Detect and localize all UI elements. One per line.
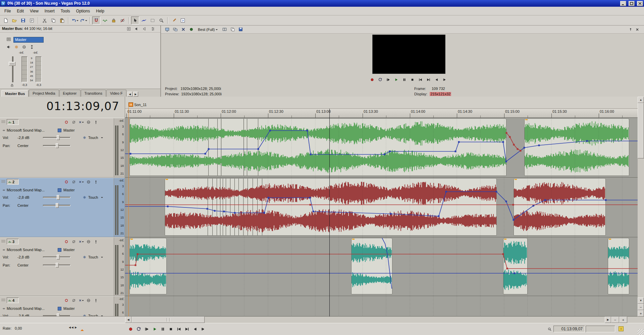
go-to-end-button[interactable]: [183, 325, 191, 333]
menu-help[interactable]: Help: [93, 7, 107, 15]
audio-event[interactable]: [129, 238, 167, 294]
preview-next-frame-button[interactable]: [441, 77, 448, 83]
fader-scale-button[interactable]: [29, 44, 35, 50]
solo-button[interactable]: [93, 119, 99, 125]
copy-button[interactable]: [49, 16, 57, 25]
play-button[interactable]: [151, 325, 159, 333]
preview-stop-button[interactable]: [409, 77, 416, 83]
tab-video-f[interactable]: Video F: [106, 90, 126, 97]
track-device[interactable]: Microsoft Sound Map...: [7, 306, 45, 310]
preview-pause-button[interactable]: [400, 77, 408, 83]
tab-master-bus[interactable]: Master Bus: [1, 90, 29, 97]
scroll-right-button[interactable]: ▶: [605, 317, 611, 323]
minimize-button[interactable]: [620, 1, 626, 6]
save-button[interactable]: [19, 16, 27, 25]
insert-bus-button[interactable]: [126, 26, 131, 32]
solo-button[interactable]: [93, 298, 99, 303]
audio-event[interactable]: [524, 118, 629, 176]
next-frame-button[interactable]: [199, 325, 207, 333]
volume-slider[interactable]: [43, 197, 70, 198]
track-device[interactable]: Microsoft Sound Map...: [7, 188, 45, 192]
track-header-3[interactable]: 3Microsoft Sound Map...MasterVol:-2,8 dB…: [0, 237, 125, 296]
volume-slider[interactable]: [43, 256, 70, 258]
record-button[interactable]: [126, 325, 135, 333]
automation-mode[interactable]: Touch: [88, 195, 98, 199]
envelope-edit-tool-button[interactable]: [140, 16, 148, 25]
volume-slider[interactable]: [43, 315, 70, 317]
track-grip[interactable]: [1, 180, 5, 183]
project-properties-button[interactable]: [28, 16, 36, 25]
tab-scroll-left-button[interactable]: ◀: [127, 92, 132, 97]
marker-bar[interactable]: 11 Son_11: [125, 97, 638, 109]
audio-event[interactable]: [129, 118, 506, 176]
preview-close-icon[interactable]: [635, 27, 640, 32]
dim-output-button[interactable]: [142, 26, 148, 32]
tab-scroll-right-button[interactable]: ▶: [133, 92, 138, 97]
volume-slider[interactable]: [43, 137, 70, 138]
track-lane-4[interactable]: [125, 296, 638, 317]
audio-event[interactable]: [608, 238, 629, 294]
scroll-left-button[interactable]: ◀: [125, 317, 131, 323]
timeline-time-display[interactable]: 01:13:09,07: [0, 99, 119, 113]
speaker-button[interactable]: [6, 44, 11, 50]
timeline-area[interactable]: 11 Son_11 01:11:0001:11:3001:12:0001:12:…: [125, 97, 638, 317]
horizontal-scrollbar[interactable]: ◀ ▶ − +: [125, 317, 644, 323]
mute-button[interactable]: [86, 179, 91, 185]
rate-spinner[interactable]: ◀ ◀ ▶: [69, 326, 77, 329]
automation-gear-icon[interactable]: [83, 195, 87, 200]
undo-button[interactable]: [71, 16, 79, 25]
whats-this-help-button[interactable]: ?: [179, 16, 187, 25]
bus-assign-icon[interactable]: [58, 248, 61, 252]
audio-event[interactable]: [165, 178, 497, 236]
enable-snapping-button[interactable]: [92, 16, 100, 25]
automation-mode[interactable]: Touch: [88, 136, 98, 140]
maximize-button[interactable]: [629, 1, 635, 6]
preview-pin-icon[interactable]: [628, 27, 633, 32]
solo-button[interactable]: [93, 179, 99, 185]
pan-value[interactable]: Center: [17, 263, 29, 267]
automation-gear-icon[interactable]: [83, 255, 87, 260]
vertical-scrollbar[interactable]: ▲ ▼ − +: [638, 97, 644, 317]
chevron-down-icon[interactable]: [101, 257, 103, 259]
redo-button[interactable]: [79, 16, 88, 25]
pan-slider[interactable]: [43, 205, 70, 206]
mute-button[interactable]: [86, 119, 91, 125]
prev-frame-button[interactable]: [191, 325, 199, 333]
bus-assign-icon[interactable]: [58, 188, 61, 192]
preview-record-button[interactable]: [368, 77, 376, 83]
track-grip[interactable]: [1, 299, 5, 302]
track-height-zoom-out-button[interactable]: −: [638, 304, 644, 310]
copy-snapshot-button[interactable]: [230, 27, 235, 32]
track-fx-button[interactable]: [78, 179, 84, 185]
automation-gear-icon[interactable]: [83, 314, 87, 317]
track-lane-2[interactable]: [125, 178, 638, 237]
automation-mode[interactable]: Touch: [88, 255, 98, 259]
horizontal-scroll-thumb[interactable]: [131, 317, 205, 323]
chevron-down-icon[interactable]: [101, 316, 103, 317]
menu-view[interactable]: View: [27, 7, 42, 15]
timeline-zoom-in-button[interactable]: +: [619, 317, 627, 323]
audio-event[interactable]: [514, 178, 606, 236]
quality-circle-button[interactable]: [189, 27, 194, 32]
time-ruler[interactable]: 01:11:0001:11:3001:12:0001:12:3001:13:00…: [125, 109, 638, 118]
solo-button[interactable]: [93, 239, 99, 244]
tab-explorer[interactable]: Explorer: [59, 90, 80, 97]
cursor-time-field[interactable]: 01:13:09,07: [553, 326, 585, 332]
marker-tag[interactable]: 11 Son_11: [128, 102, 147, 107]
zoom-edit-tool-button[interactable]: [157, 16, 165, 25]
split-screen-button[interactable]: [222, 27, 227, 32]
cut-button[interactable]: [41, 16, 49, 25]
timeline-zoom-out-button[interactable]: −: [611, 317, 619, 323]
mute-button[interactable]: [21, 44, 27, 50]
preview-go-to-end-button[interactable]: [425, 77, 432, 83]
record-arm-button[interactable]: [64, 239, 69, 244]
menu-tools[interactable]: Tools: [58, 7, 73, 15]
phase-button[interactable]: [71, 239, 76, 244]
paste-button[interactable]: [58, 16, 66, 25]
track-lane-1[interactable]: [125, 118, 638, 178]
play-from-start-button[interactable]: [143, 325, 151, 333]
preview-loop-playback-button[interactable]: [376, 77, 384, 83]
new-project-button[interactable]: [2, 16, 10, 25]
pan-value[interactable]: Center: [17, 203, 29, 207]
record-arm-button[interactable]: [64, 119, 69, 125]
